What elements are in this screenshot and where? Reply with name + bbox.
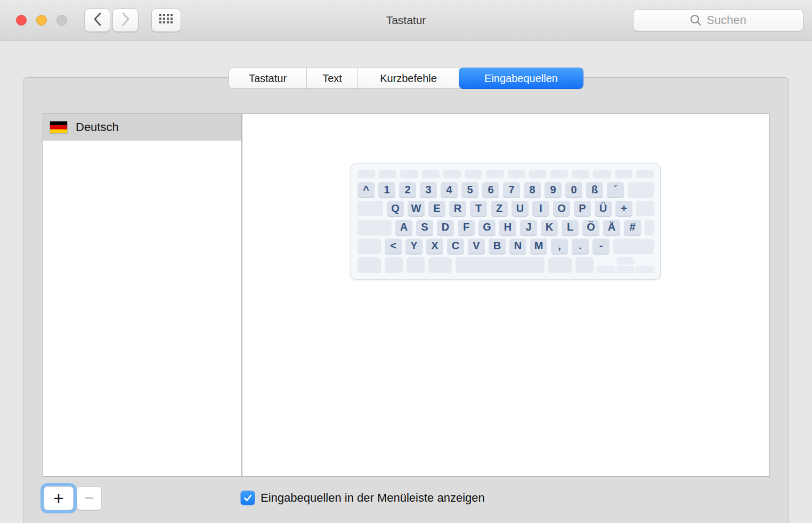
modifier-row	[358, 257, 654, 273]
function-key	[422, 170, 440, 178]
function-key	[443, 170, 461, 178]
left-arrow-key	[597, 266, 615, 273]
history-nav-group	[84, 9, 139, 32]
blank-key	[428, 257, 452, 273]
key-N: N	[509, 239, 526, 254]
input-source-row-deutsch[interactable]: Deutsch	[43, 114, 241, 141]
key-R: R	[449, 201, 466, 216]
key-+: +	[615, 201, 632, 216]
tab-kurzbefehle[interactable]: Kurzbefehle	[358, 68, 459, 88]
top-letter-row: QWERTZUIOPÜ+	[358, 201, 654, 216]
key-L: L	[562, 220, 579, 235]
blank-key	[645, 220, 654, 235]
key-Ü: Ü	[595, 201, 612, 216]
function-key	[508, 170, 525, 178]
key-3: 3	[420, 182, 437, 197]
blank-key	[407, 257, 425, 273]
german-flag-icon	[50, 121, 67, 133]
key-´: ´	[607, 182, 624, 197]
key-U: U	[511, 201, 529, 216]
blank-key	[358, 201, 383, 216]
key-H: H	[499, 220, 516, 235]
title-bar: Tastatur Suchen	[0, 0, 812, 40]
show-all-preferences-button[interactable]	[151, 9, 181, 32]
show-in-menubar-checkbox[interactable]	[241, 491, 255, 505]
key-W: W	[408, 201, 425, 216]
key-6: 6	[482, 182, 499, 197]
input-sources-listbox: Deutsch ^1234567890ß´QWERTZUIOPÜ+ASDFGHJ…	[43, 113, 770, 477]
menubar-checkbox-label: Eingabequellen in der Menüleiste anzeige…	[261, 491, 485, 505]
add-input-source-button[interactable]: +	[44, 486, 74, 510]
key-2: 2	[399, 182, 416, 197]
blank-key	[628, 182, 654, 197]
key-V: V	[468, 239, 485, 254]
key--: -	[592, 239, 610, 254]
key-M: M	[530, 239, 547, 254]
function-key	[486, 170, 504, 178]
blank-key	[613, 239, 654, 254]
back-button[interactable]	[84, 9, 110, 32]
key-I: I	[532, 201, 549, 216]
blank-key	[385, 257, 403, 273]
number-row: ^1234567890ß´	[358, 182, 654, 197]
key-Y: Y	[405, 239, 423, 254]
key-K: K	[541, 220, 558, 235]
blank-key	[358, 257, 381, 273]
remove-input-source-button[interactable]: −	[77, 486, 102, 510]
key-9: 9	[545, 182, 562, 197]
key-Q: Q	[387, 201, 404, 216]
key-4: 4	[441, 182, 458, 197]
key-S: S	[416, 220, 433, 235]
key-^: ^	[358, 182, 375, 197]
key-F: F	[458, 220, 475, 235]
minimize-button[interactable]	[36, 15, 47, 26]
function-key	[615, 170, 632, 178]
search-placeholder: Suchen	[707, 13, 746, 27]
close-button[interactable]	[16, 15, 27, 26]
function-key	[572, 170, 589, 178]
key-5: 5	[461, 182, 478, 197]
search-input[interactable]: Suchen	[633, 9, 803, 31]
key-Z: Z	[491, 201, 508, 216]
blank-key	[575, 257, 594, 273]
search-icon	[690, 14, 702, 26]
function-key	[465, 170, 482, 178]
key-1: 1	[378, 182, 395, 197]
function-key	[400, 170, 418, 178]
up-down-arrow-keys	[616, 257, 635, 273]
key-Ö: Ö	[582, 220, 599, 235]
tab-tastatur[interactable]: Tastatur	[229, 68, 307, 88]
key-A: A	[395, 220, 412, 235]
function-row	[358, 170, 654, 178]
key-G: G	[478, 220, 496, 235]
input-source-label: Deutsch	[76, 120, 119, 134]
blank-key	[548, 257, 572, 273]
key-T: T	[470, 201, 487, 216]
key-0: 0	[565, 182, 582, 197]
forward-chevron-icon	[121, 12, 130, 28]
key-7: 7	[503, 182, 520, 197]
blank-key	[358, 239, 381, 254]
down-arrow-key	[616, 266, 635, 273]
key-O: O	[553, 201, 570, 216]
key-B: B	[489, 239, 506, 254]
keyboard-preferences-window: Tastatur Suchen TastaturTextKurzbefehleE…	[0, 0, 812, 523]
function-key	[550, 170, 568, 178]
arrow-key-cluster	[597, 257, 654, 273]
key-D: D	[437, 220, 454, 235]
function-key	[593, 170, 611, 178]
key-ß: ß	[586, 182, 603, 197]
key-#: #	[624, 220, 641, 235]
key-Ä: Ä	[603, 220, 620, 235]
keyboard-layout-preview: ^1234567890ß´QWERTZUIOPÜ+ASDFGHJKLÖÄ#<YX…	[351, 164, 661, 280]
function-key	[529, 170, 547, 178]
function-key	[636, 170, 654, 178]
zoom-button	[56, 15, 67, 26]
tab-eingabequellen[interactable]: Eingabequellen	[459, 68, 583, 88]
tab-text[interactable]: Text	[307, 68, 358, 88]
back-chevron-icon	[93, 12, 102, 28]
key-C: C	[447, 239, 464, 254]
menubar-checkbox-row: Eingabequellen in der Menüleiste anzeige…	[241, 491, 485, 505]
key-P: P	[574, 201, 591, 216]
up-arrow-key	[616, 257, 635, 265]
